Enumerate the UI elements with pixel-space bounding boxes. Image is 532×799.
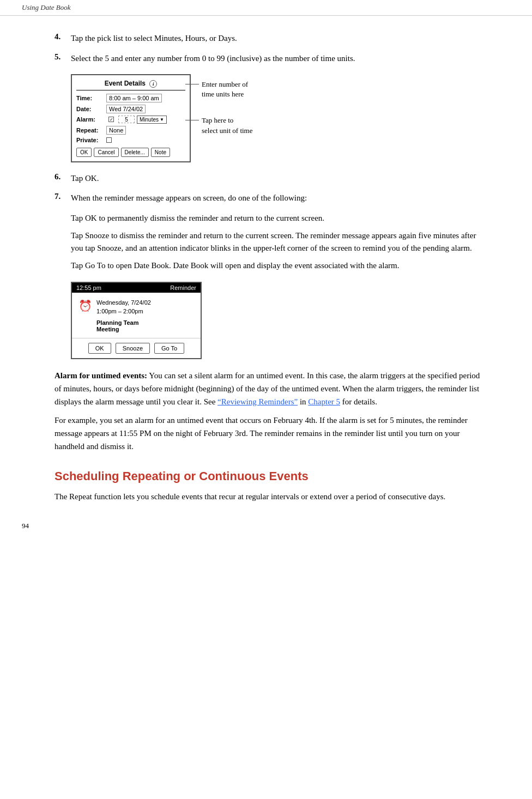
time-value: 8:00 am – 9:00 am — [106, 94, 162, 102]
private-row: Private: — [76, 137, 185, 143]
screen-title: Event Details i — [76, 80, 185, 90]
reminder-date: Wednesday, 7/24/02 — [96, 298, 151, 307]
callout-2: Tap here toselect unit of time — [202, 116, 253, 135]
reminder-title: Reminder — [170, 285, 196, 291]
callout-area: Enter number oftime units here Tap here … — [202, 80, 253, 136]
repeat-label: Repeat: — [76, 127, 106, 134]
cancel-button[interactable]: Cancel — [94, 148, 118, 157]
step-7-text: When the reminder message appears on scr… — [71, 192, 488, 204]
alarm-link-2[interactable]: Chapter 5 — [308, 397, 340, 406]
alarm-checkbox: ✓ — [108, 117, 114, 122]
sub-para-3: Tap Go To to open Date Book. Date Book w… — [71, 259, 488, 272]
section-body: The Repeat function lets you schedule ev… — [55, 490, 488, 503]
callout-1-text: Enter number oftime units here — [202, 80, 248, 98]
step-5-num: 5. — [55, 52, 71, 62]
step-4: 4. Tap the pick list to select Minutes, … — [55, 32, 488, 45]
step-6-num: 6. — [55, 172, 71, 181]
step-7-num: 7. — [55, 192, 71, 201]
minutes-label: Minutes — [140, 117, 159, 123]
sub-para-1: Tap OK to permanently dismiss the remind… — [71, 212, 488, 225]
event-details-screen: Event Details i Time: 8:00 am – 9:00 am … — [71, 74, 191, 162]
alarm-value-box: 5 — [118, 116, 135, 123]
private-label: Private: — [76, 137, 106, 143]
date-label: Date: — [76, 106, 106, 112]
alarm-note-text2: for details. — [342, 397, 377, 406]
reminder-event-title: Planning TeamMeeting — [96, 319, 151, 332]
alarm-note: Alarm for untimed events: You can set a … — [55, 369, 488, 408]
event-details-figure: Event Details i Time: 8:00 am – 9:00 am … — [71, 74, 488, 162]
minutes-dropdown[interactable]: Minutes ▼ — [137, 116, 167, 124]
reminder-time-range: 1:00pm – 2:00pm — [96, 307, 151, 316]
alarm-note-label: Alarm for untimed events: — [55, 371, 147, 380]
callout-1: Enter number oftime units here — [202, 80, 253, 99]
note-button[interactable]: Note — [151, 148, 170, 157]
step-4-text: Tap the pick list to select Minutes, Hou… — [71, 32, 488, 45]
alarm-link-1[interactable]: “Reviewing Reminders” — [217, 397, 298, 406]
page-header: Using Date Book — [0, 0, 532, 16]
ok-button[interactable]: OK — [76, 148, 92, 157]
reminder-time: 12:55 pm — [76, 285, 101, 291]
step-6-text: Tap OK. — [71, 172, 488, 185]
sub-para-2: Tap Snooze to dismiss the reminder and r… — [71, 229, 488, 254]
reminder-snooze-button[interactable]: Snooze — [116, 343, 150, 354]
page-number: 94 — [22, 522, 29, 530]
date-row: Date: Wed 7/24/02 — [76, 105, 185, 113]
section-heading: Scheduling Repeating or Continuous Event… — [55, 469, 488, 483]
alarm-icon: ⏰ — [78, 299, 92, 332]
private-checkbox — [106, 137, 112, 143]
delete-button[interactable]: Delete... — [121, 148, 149, 157]
reminder-buttons: OK Snooze Go To — [72, 338, 201, 358]
callout-2-text: Tap here toselect unit of time — [202, 116, 253, 134]
step-6: 6. Tap OK. — [55, 172, 488, 185]
step-5: 5. Select the 5 and enter any number fro… — [55, 52, 488, 65]
header-text: Using Date Book — [22, 3, 71, 11]
time-row: Time: 8:00 am – 9:00 am — [76, 94, 185, 102]
step-5-text: Select the 5 and enter any number from 0… — [71, 52, 488, 65]
reminder-body: ⏰ Wednesday, 7/24/02 1:00pm – 2:00pm Pla… — [72, 293, 201, 338]
screen-buttons: OK Cancel Delete... Note — [76, 148, 185, 157]
reminder-goto-button[interactable]: Go To — [154, 343, 184, 354]
step-4-num: 4. — [55, 32, 71, 41]
date-value: Wed 7/24/02 — [106, 105, 146, 113]
alarm-example: For example, you set an alarm for an unt… — [55, 414, 488, 453]
reminder-ok-button[interactable]: OK — [88, 343, 111, 354]
alarm-link-connector: in — [300, 397, 308, 406]
alarm-label: Alarm: — [76, 116, 106, 123]
reminder-screen: 12:55 pm Reminder ⏰ Wednesday, 7/24/02 1… — [71, 282, 202, 359]
repeat-row: Repeat: None — [76, 126, 185, 135]
reminder-header: 12:55 pm Reminder — [72, 283, 201, 293]
alarm-row: Alarm: ✓ 5 Minutes ▼ — [76, 116, 185, 124]
step-7: 7. When the reminder message appears on … — [55, 192, 488, 204]
time-label: Time: — [76, 95, 106, 101]
info-icon: i — [149, 80, 157, 88]
reminder-content: Wednesday, 7/24/02 1:00pm – 2:00pm Plann… — [96, 298, 151, 332]
dropdown-arrow-icon: ▼ — [160, 117, 164, 122]
repeat-value: None — [106, 126, 126, 135]
